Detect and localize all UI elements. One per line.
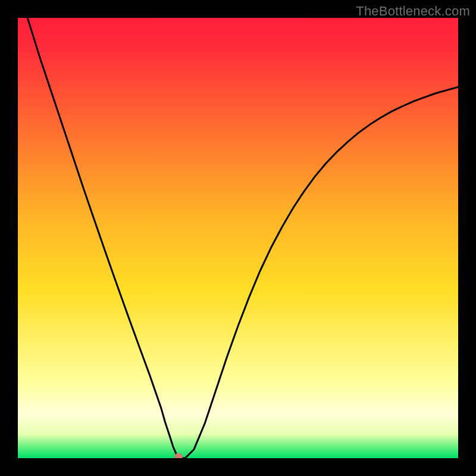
- chart-plot-area: [18, 18, 458, 458]
- chart-frame: TheBottleneck.com: [0, 0, 476, 476]
- bottleneck-chart: [18, 18, 458, 458]
- watermark-label: TheBottleneck.com: [356, 4, 470, 19]
- gradient-background: [18, 18, 458, 458]
